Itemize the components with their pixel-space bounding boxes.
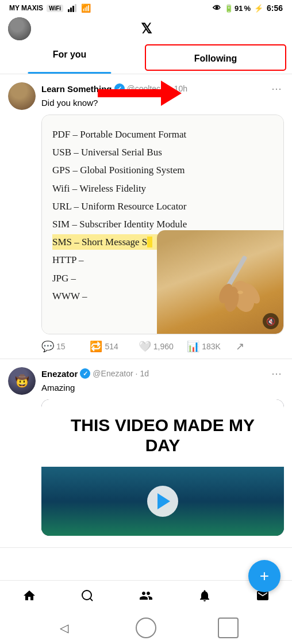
back-gesture[interactable]: ◁	[53, 618, 74, 638]
views-icon: 📊	[187, 340, 199, 353]
tab-following[interactable]: Following	[145, 44, 286, 71]
svg-point-7	[82, 590, 91, 600]
tweet-1-avatar[interactable]	[8, 82, 36, 110]
line-1: PDF – Portable Document Format	[52, 127, 273, 142]
gesture-bar: ◁	[0, 613, 292, 644]
comment-action[interactable]: 💬 15	[41, 340, 90, 353]
tweet-1-time-val: 10h	[174, 84, 187, 93]
tweet-1-image[interactable]: PDF – Portable Document Format USB – Uni…	[41, 115, 284, 334]
tweet-2-more-button[interactable]: ⋯	[269, 367, 284, 380]
people-icon	[139, 589, 153, 606]
x-logo: 𝕏	[141, 21, 151, 37]
charge-icon: ⚡	[254, 4, 263, 13]
play-icon	[157, 493, 170, 509]
nav-people[interactable]	[130, 586, 162, 608]
like-action[interactable]: 🤍 1,960	[139, 340, 187, 353]
tab-bar: For you Following	[0, 41, 292, 74]
wifi-label: WiFi	[47, 5, 63, 12]
tweet-1-image-content: PDF – Portable Document Format USB – Uni…	[42, 115, 283, 334]
carrier-label: MY MAXIS	[9, 4, 43, 12]
home-icon	[22, 589, 36, 606]
tweet-2-avatar-image: 🤠	[8, 367, 36, 395]
time-display: 6:56	[267, 3, 283, 13]
tweet-2-video-title: THIS VIDEO MADE MY DAY	[53, 416, 272, 455]
tweet-1-handle: @cooltec...	[127, 84, 167, 93]
tweet-2-text-overlay: THIS VIDEO MADE MY DAY	[41, 399, 284, 467]
tweet-1-text: Did you know?	[41, 97, 284, 109]
line-4: Wifi – Wireless Fidelity	[52, 181, 273, 196]
like-icon: 🤍	[139, 340, 151, 353]
tweet-item: Learn Something ✓ @cooltec... · 10h ⋯ Di…	[0, 74, 292, 359]
status-left: MY MAXIS WiFi 📶	[9, 3, 91, 13]
compose-fab-button[interactable]: +	[248, 560, 281, 592]
tweet-2-item: 🤠 Enezator ✓ @Enezator · 1d ⋯ Amazing TH…	[0, 359, 292, 548]
bottom-navigation: ◁	[0, 580, 292, 644]
comment-count: 15	[56, 342, 66, 351]
battery-indicator: 🔋 91%	[224, 4, 251, 13]
eye-icon: 👁	[213, 3, 221, 13]
tweet-1-author: Learn Something	[41, 84, 112, 94]
search-icon	[80, 589, 94, 606]
views-count: 183K	[202, 342, 221, 351]
tweet-1-verified: ✓	[114, 83, 125, 94]
tweet-1-actions: 💬 15 🔁 514 🤍 1,960 📊 183K ↗	[41, 340, 284, 353]
tweet-2-verified: ✓	[80, 368, 90, 379]
tweet-2-dot: ·	[136, 369, 138, 378]
retweet-action[interactable]: 🔁 514	[90, 340, 138, 353]
views-action[interactable]: 📊 183K	[187, 340, 235, 353]
like-count: 1,960	[153, 342, 174, 351]
wifi-signal-icon: 📶	[81, 3, 91, 13]
tweet-2-handle: @Enezator	[93, 369, 133, 378]
tab-for-you[interactable]: For you	[0, 41, 139, 74]
tweet-2-author-row: Enezator ✓ @Enezator · 1d	[41, 368, 149, 379]
bell-icon	[198, 589, 212, 606]
line-3: GPS – Global Positioning System	[52, 162, 273, 178]
signal-icon	[68, 4, 76, 12]
user-avatar[interactable]	[8, 17, 31, 40]
svg-line-8	[90, 599, 93, 601]
home-gesture[interactable]	[136, 618, 156, 638]
bottom-nav-items	[0, 581, 292, 613]
tweet-1-header: Learn Something ✓ @cooltec... · 10h ⋯	[41, 82, 284, 95]
retweet-count: 514	[105, 342, 118, 351]
tweet-2-video-area[interactable]	[41, 467, 284, 536]
status-bar: MY MAXIS WiFi 📶 👁 🔋 91% ⚡ 6:56	[0, 0, 292, 16]
svg-point-6	[237, 291, 243, 294]
tweet-1-more-button[interactable]: ⋯	[269, 82, 284, 95]
tweet-2-video-card[interactable]: THIS VIDEO MADE MY DAY	[41, 399, 284, 536]
status-right: 👁 🔋 91% ⚡ 6:56	[213, 3, 283, 13]
tweet-2-content: Enezator ✓ @Enezator · 1d ⋯ Amazing THIS…	[41, 367, 284, 542]
nav-notifications[interactable]	[189, 586, 221, 608]
retweet-icon: 🔁	[90, 340, 102, 353]
comment-icon: 💬	[41, 340, 54, 353]
battery-icon: 🔋	[224, 4, 233, 13]
play-button[interactable]	[147, 486, 178, 517]
nav-home[interactable]	[13, 586, 45, 608]
avatar-image	[8, 17, 31, 40]
tweet-2-time-val: 1d	[140, 369, 149, 378]
tweet-1-avatar-image	[8, 82, 36, 110]
tweet-feed: Learn Something ✓ @cooltec... · 10h ⋯ Di…	[0, 74, 292, 548]
header-top: 𝕏	[0, 16, 292, 41]
tweet-1-time: ·	[170, 84, 172, 93]
compose-plus-icon: +	[260, 567, 269, 585]
header: 𝕏 For you Following	[0, 16, 292, 74]
line-2: USB – Universal Serial Bus	[52, 144, 273, 160]
tweet-2-header: Enezator ✓ @Enezator · 1d ⋯	[41, 367, 284, 380]
tweet-2-author: Enezator	[41, 369, 78, 379]
recents-gesture[interactable]	[218, 618, 239, 638]
tweet-2-text: Amazing	[41, 382, 284, 394]
share-icon: ↗	[236, 340, 244, 353]
tweet-2-avatar[interactable]: 🤠	[8, 367, 36, 395]
line-5: URL – Uniform Resource Locator	[52, 199, 273, 214]
nav-search[interactable]	[71, 586, 103, 608]
tweet-1-author-row: Learn Something ✓ @cooltec... · 10h	[41, 83, 187, 94]
tweet-1-speaker-icon[interactable]: 🔇	[263, 313, 279, 329]
share-action[interactable]: ↗	[236, 340, 284, 353]
tweet-1-content: Learn Something ✓ @cooltec... · 10h ⋯ Di…	[41, 82, 284, 353]
